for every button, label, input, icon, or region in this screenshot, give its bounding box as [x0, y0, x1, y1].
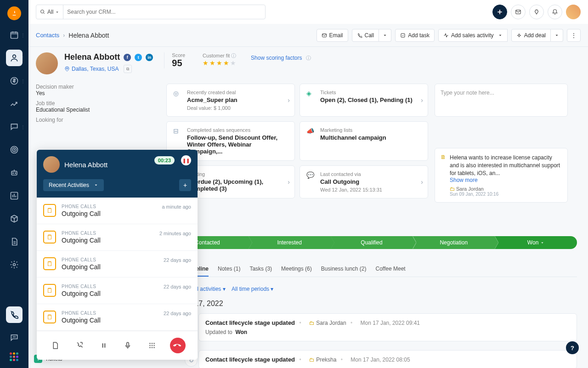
svg-point-11: [41, 10, 44, 13]
add-sales-activity-button[interactable]: Add sales activity: [438, 29, 508, 42]
clipboard-icon: 🗒: [43, 204, 56, 217]
call-activity-list: 🗒 PHONE CALLSOutgoing Call a minute ago …: [37, 198, 198, 331]
nav-phone[interactable]: [6, 306, 23, 323]
chat-icon: 💬: [306, 171, 316, 192]
stage-won[interactable]: Won: [495, 236, 577, 249]
note-timestamp: Sun 09 Jan, 2022 10:16: [450, 192, 562, 197]
email-button[interactable]: Email: [317, 29, 348, 42]
new-button[interactable]: [492, 5, 507, 19]
search-scope-picker[interactable]: All: [36, 5, 63, 19]
transfer-button[interactable]: [73, 339, 86, 352]
card-last-contacted[interactable]: 💬 Last contacted viaCall OutgoingWed 12 …: [300, 165, 428, 198]
clipboard-icon: 🗒: [43, 311, 56, 323]
end-call-button[interactable]: [170, 338, 186, 353]
freddy-icon[interactable]: [529, 5, 544, 19]
copy-location-icon[interactable]: ⧉: [124, 65, 132, 73]
timeline-item: Contact lifecycle stage updated • 🗀 Sara…: [198, 313, 577, 341]
linkedin-icon[interactable]: in: [146, 54, 153, 61]
nav-contacts[interactable]: ⋮: [6, 50, 23, 66]
nav-apps[interactable]: [10, 352, 19, 362]
notes-button[interactable]: [49, 339, 62, 352]
card-tickets[interactable]: ◈ TicketsOpen (2), Closed (1), Pending (…: [300, 84, 428, 117]
mute-button[interactable]: [121, 339, 134, 352]
more-menu[interactable]: ⋮: [567, 29, 581, 42]
activity-row[interactable]: 🗒 PHONE CALLSOutgoing Call 22 days ago: [37, 277, 198, 304]
bell-icon[interactable]: [548, 5, 562, 19]
svg-point-15: [518, 34, 520, 36]
card-marketing[interactable]: 📣 Marketing listsMultichannel campaign: [300, 121, 428, 161]
recent-activities-dropdown[interactable]: Recent Activities: [43, 179, 104, 191]
stage-qualified[interactable]: Qualified: [331, 236, 413, 249]
search-container: All: [36, 5, 266, 19]
nav-reports[interactable]: [6, 96, 23, 112]
call-contact-avatar: [43, 156, 60, 173]
mail-icon[interactable]: [511, 5, 526, 19]
svg-point-21: [152, 343, 153, 344]
twitter-icon[interactable]: t: [135, 54, 142, 61]
hold-button[interactable]: [97, 339, 110, 352]
call-pause-button[interactable]: ❚❚: [181, 155, 191, 165]
contact-avatar[interactable]: [36, 52, 58, 74]
svg-point-28: [153, 347, 154, 348]
timeline-item: Contact lifecycle stage updated • 🗀 Prek…: [198, 350, 577, 368]
card-deal[interactable]: ◎ Recently created dealAcme_Super planDe…: [166, 84, 295, 117]
svg-rect-18: [104, 343, 105, 347]
breadcrumb-current: Helena Abbott: [68, 32, 109, 39]
add-activity-button[interactable]: +: [179, 179, 191, 191]
lifecycle-pipeline: Contacted Interested Qualified Negotiati…: [166, 236, 577, 249]
tab-notes[interactable]: Notes (1): [218, 262, 240, 277]
info-icon[interactable]: ⓘ: [231, 53, 236, 58]
stage-negotiation[interactable]: Negotiation: [413, 236, 495, 249]
note-show-more-link[interactable]: Show more: [450, 177, 562, 183]
add-deal-button[interactable]: Add deal: [511, 29, 551, 42]
nav-goals[interactable]: [6, 142, 23, 158]
nav-calendar[interactable]: ⋮: [6, 27, 23, 43]
chevron-right-icon: ›: [288, 96, 290, 104]
activity-row[interactable]: 🗒 PHONE CALLSOutgoing Call a minute ago: [37, 198, 198, 224]
facebook-icon[interactable]: f: [124, 54, 131, 61]
chevron-right-icon: ›: [288, 178, 290, 186]
svg-point-5: [14, 149, 15, 150]
activity-row[interactable]: 🗒 PHONE CALLSOutgoing Call 22 days ago: [37, 304, 198, 331]
breadcrumb-root[interactable]: Contacts: [36, 32, 59, 39]
nav-analytics[interactable]: [6, 187, 23, 204]
nav-documents[interactable]: [6, 233, 23, 250]
info-icon[interactable]: ⓘ: [306, 55, 311, 61]
chevron-right-icon: ›: [421, 178, 423, 186]
svg-point-26: [149, 347, 150, 348]
search-input[interactable]: [63, 9, 265, 15]
svg-point-27: [152, 347, 153, 348]
add-task-button[interactable]: Add task: [395, 29, 435, 42]
fit-label: Customer fit: [203, 53, 230, 58]
activity-row[interactable]: 🗒 PHONE CALLSOutgoing Call 2 minutes ago: [37, 224, 198, 251]
dialpad-button[interactable]: [146, 339, 158, 352]
topbar: All: [28, 0, 588, 24]
stage-interested[interactable]: Interested: [249, 236, 331, 249]
svg-point-23: [149, 345, 150, 346]
nav-deals[interactable]: ⋮: [6, 73, 23, 89]
tab-tasks[interactable]: Tasks (3): [249, 262, 272, 277]
add-deal-dropdown[interactable]: [551, 29, 563, 42]
scoring-factors-link[interactable]: Show scoring factors: [251, 55, 302, 61]
nav-settings[interactable]: [6, 256, 23, 273]
user-avatar[interactable]: [566, 5, 581, 19]
svg-point-16: [67, 68, 68, 69]
nav-conversations[interactable]: ⋮: [6, 119, 23, 135]
activity-row[interactable]: 🗒 PHONE CALLSOutgoing Call 22 days ago: [37, 251, 198, 277]
svg-point-22: [153, 343, 154, 344]
tab-business-lunch[interactable]: Business lunch (2): [321, 262, 367, 277]
contact-location[interactable]: Dallas, Texas, USA: [72, 66, 119, 72]
help-fab[interactable]: ?: [566, 341, 579, 354]
nav-products[interactable]: [6, 210, 23, 227]
call-button[interactable]: Call: [352, 29, 379, 42]
tab-meetings[interactable]: Meetings (6): [281, 262, 312, 277]
clipboard-icon: 🗒: [43, 231, 56, 243]
call-dropdown[interactable]: [379, 29, 391, 42]
tab-coffee-meet[interactable]: Coffee Meet: [376, 262, 406, 277]
app-logo[interactable]: [7, 6, 21, 20]
note-input[interactable]: Type your note here...: [435, 84, 568, 117]
filter-period[interactable]: All time periods ▾: [232, 286, 273, 292]
nav-chat[interactable]: [6, 329, 23, 346]
nav-bot[interactable]: [6, 164, 23, 181]
svg-point-25: [153, 345, 154, 346]
